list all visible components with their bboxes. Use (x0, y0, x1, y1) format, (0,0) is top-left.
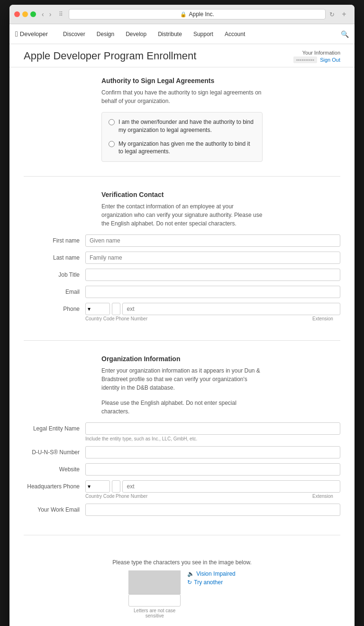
dropdown-chevron-icon: ▾ (88, 306, 91, 312)
search-icon[interactable]: 🔍 (341, 30, 349, 38)
website-label: Website (24, 463, 85, 473)
hq-dropdown-chevron-icon: ▾ (88, 483, 91, 490)
org-description2: Please use the English alphabet. Do not … (101, 399, 263, 416)
your-information-label: Your Information (293, 50, 340, 56)
legal-entity-label: Legal Entity Name (24, 422, 85, 432)
close-button[interactable] (14, 11, 20, 17)
email-input-wrapper (85, 286, 340, 298)
legal-entity-row: Legal Entity Name Include the entity typ… (24, 422, 340, 441)
nav-account[interactable]: Account (219, 24, 251, 44)
browser-chrome: ‹ › ⠿ 🔒 Apple Inc. ↻ + (9, 5, 355, 24)
address-bar[interactable]: 🔒 Apple Inc. (69, 9, 326, 19)
job-title-row: Job Title (24, 269, 340, 281)
duns-input[interactable] (85, 446, 340, 458)
radio-owner[interactable] (109, 119, 115, 125)
page-title: Apple Developer Program Enrollment (24, 50, 196, 62)
website-row: Website (24, 463, 340, 476)
browser-window: ‹ › ⠿ 🔒 Apple Inc. ↻ +  Developer Disco… (9, 5, 355, 626)
nav-support[interactable]: Support (188, 24, 219, 44)
website-input[interactable] (85, 463, 340, 476)
captcha-input[interactable] (128, 594, 181, 607)
authority-radio-group: I am the owner/founder and have the auth… (101, 112, 263, 162)
first-name-input-wrapper (85, 234, 340, 247)
captcha-area: Letters are not case sensitive 🔈 Vision … (128, 570, 236, 618)
captcha-section: Please type the characters you see in th… (24, 550, 340, 626)
nav-bar:  Developer Discover Design Develop Dist… (9, 24, 355, 44)
radio-owner-label: I am the owner/founder and have the auth… (118, 118, 255, 134)
hq-phone-number-input[interactable] (112, 480, 120, 493)
last-name-row: Last name (24, 252, 340, 264)
first-name-label: First name (24, 234, 85, 244)
website-input-wrapper (85, 463, 340, 476)
org-description1: Enter your organization information as i… (101, 366, 263, 392)
try-another-link[interactable]: ↻ Try another (187, 579, 236, 586)
phone-label: Phone (24, 303, 85, 312)
first-name-input[interactable] (85, 234, 340, 247)
captcha-label: Please type the characters you see in th… (112, 559, 252, 566)
captcha-actions: 🔈 Vision Impaired ↻ Try another (187, 570, 236, 586)
hq-extension-label: Extension (312, 494, 340, 499)
phone-row: Phone ▾ Country Code Phone Number (24, 303, 340, 321)
nav-develop[interactable]: Develop (120, 24, 152, 44)
nav-links: Discover Design Develop Distribute Suppo… (57, 24, 341, 44)
organization-section: Organization Information Enter your orga… (24, 355, 340, 535)
lock-icon: 🔒 (180, 11, 187, 18)
first-name-row: First name (24, 234, 340, 247)
verification-title: Verification Contact (101, 191, 263, 198)
refresh-button[interactable]: ↻ (329, 11, 335, 18)
verification-section: Verification Contact Enter the contact i… (24, 191, 340, 341)
nav-distribute[interactable]: Distribute (152, 24, 188, 44)
back-browser-button[interactable]: ‹ (40, 9, 46, 19)
hq-phone-ext-input[interactable] (122, 480, 340, 493)
duns-label: D-U-N-S® Number (24, 446, 85, 456)
maximize-button[interactable] (30, 11, 36, 17)
vision-impaired-link[interactable]: 🔈 Vision Impaired (187, 570, 236, 577)
brand-label: Developer (20, 30, 48, 37)
duns-row: D-U-N-S® Number (24, 446, 340, 458)
country-code-label: Country Code (85, 316, 116, 321)
speaker-icon: 🔈 (187, 570, 194, 577)
header-right: Your Information •••••••••• Sign Out (293, 50, 340, 63)
hq-phone-input-wrapper: ▾ Country Code Phone Number Extension (85, 480, 340, 499)
email-row: Email (24, 286, 340, 298)
add-tab-button[interactable]: + (338, 9, 350, 20)
legal-entity-hint: Include the entity type, such as Inc., L… (85, 436, 340, 441)
forward-browser-button[interactable]: › (47, 9, 54, 19)
radio-option-owner: I am the owner/founder and have the auth… (109, 118, 255, 134)
country-code-dropdown[interactable]: ▾ (85, 303, 110, 315)
phone-ext-input[interactable] (122, 303, 340, 315)
legal-entity-input[interactable] (85, 422, 340, 435)
job-title-input[interactable] (85, 269, 340, 281)
legal-entity-input-wrapper: Include the entity type, such as Inc., L… (85, 422, 340, 441)
browser-nav-buttons: ‹ › (40, 9, 53, 19)
last-name-input[interactable] (85, 252, 340, 264)
captcha-image (128, 570, 181, 594)
grid-button[interactable]: ⠿ (57, 10, 65, 19)
refresh-captcha-icon: ↻ (187, 579, 192, 586)
work-email-input-wrapper (85, 504, 340, 516)
org-title: Organization Information (101, 355, 263, 363)
sign-out-link[interactable]: Sign Out (320, 57, 340, 63)
authority-section: Authority to Sign Legal Agreements Confi… (24, 77, 340, 177)
minimize-button[interactable] (22, 11, 28, 17)
hq-phone-number-label: Phone Number (116, 494, 312, 499)
last-name-label: Last name (24, 252, 85, 261)
radio-org[interactable] (109, 141, 115, 147)
work-email-input[interactable] (85, 504, 340, 516)
phone-number-label: Phone Number (116, 316, 312, 321)
duns-input-wrapper (85, 446, 340, 458)
email-input[interactable] (85, 286, 340, 298)
form-container: Authority to Sign Legal Agreements Confi… (9, 67, 355, 626)
user-id: •••••••••• (293, 56, 318, 63)
job-title-input-wrapper (85, 269, 340, 281)
hq-country-code-dropdown[interactable]: ▾ (85, 480, 110, 493)
phone-input-wrapper: ▾ Country Code Phone Number Extension (85, 303, 340, 321)
phone-number-input[interactable] (112, 303, 120, 315)
job-title-label: Job Title (24, 269, 85, 278)
main-content: Apple Developer Program Enrollment Your … (9, 44, 355, 626)
work-email-label: Your Work Email (24, 504, 85, 513)
nav-design[interactable]: Design (91, 24, 120, 44)
extension-label: Extension (312, 316, 340, 321)
work-email-row: Your Work Email (24, 504, 340, 516)
nav-discover[interactable]: Discover (57, 24, 91, 44)
